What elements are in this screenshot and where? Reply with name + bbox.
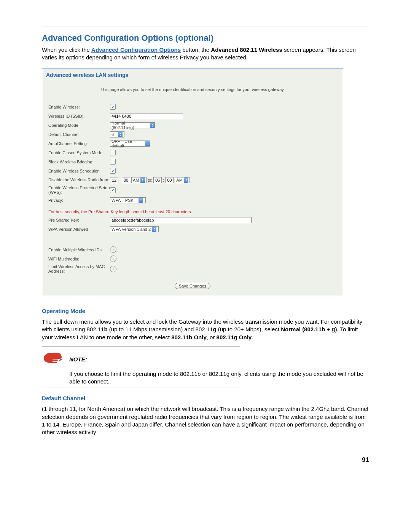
input-ssid[interactable] (110, 113, 183, 119)
intro-pre: When you click the (42, 46, 91, 53)
panel-title: Advanced wireless LAN settings (42, 69, 343, 80)
spinner-icon (140, 177, 145, 183)
colon2: : (163, 178, 164, 182)
label-autochannel: AutoChannel Setting: (48, 141, 110, 146)
expand-wifi-mm[interactable] (110, 256, 116, 262)
omt-normal: Normal (802.11b + g) (281, 326, 337, 332)
input-from-hour[interactable] (110, 177, 118, 183)
select-default-channel[interactable]: 6 (110, 131, 124, 137)
label-wpa-version: WPA Version Allowed (48, 227, 110, 232)
select-to-ampm[interactable]: AM (175, 177, 190, 183)
omt-b1: b (104, 326, 107, 332)
select-autochannel[interactable]: OFF – Use default (110, 141, 150, 147)
label-wps: Enable Wireless Protected Setup (WPS): (48, 185, 110, 195)
spinner-icon (184, 177, 188, 183)
label-ssid: Wireless ID (SSID): (48, 114, 110, 118)
colon1: : (119, 178, 121, 182)
label-block-bridging: Block Wireless Bridging: (48, 160, 110, 164)
intro-bold: Advanced 802.11 Wireless (211, 46, 282, 53)
spinner-icon (118, 132, 123, 137)
checkbox-enable-wireless[interactable] (110, 104, 116, 110)
note-box: NOTE: If you choose to limit the operati… (42, 347, 369, 388)
spinner-icon (152, 227, 156, 232)
spinner-icon (150, 123, 155, 128)
expand-mac-limit[interactable] (110, 266, 116, 272)
label-scheduler: Enable Wireless Scheduler: (48, 169, 110, 173)
label-mac-limit: Limit Wireless Access by MAC Address: (48, 264, 110, 274)
to-label: to: (148, 178, 152, 182)
omt-gonly: 802.11g Only (217, 334, 252, 340)
select-operating-mode[interactable]: Normal (802.11b+g) (110, 122, 155, 128)
select-default-channel-value: 6 (112, 132, 117, 137)
intro-mid: button, the (182, 46, 211, 53)
select-operating-mode-value: Normal (802.11b+g) (112, 121, 149, 130)
operating-mode-heading: Operating Mode (42, 308, 369, 314)
label-enable-wireless: Enable Wireless: (48, 105, 110, 109)
checkbox-block-bridging[interactable] (110, 159, 116, 165)
omt-c: (up to 20+ Mbps), select (217, 326, 281, 332)
input-from-min[interactable] (122, 177, 130, 183)
spinner-icon (145, 141, 150, 146)
select-wpa-version-value: WPA Version 1 and 2 (112, 227, 151, 232)
select-privacy-value: WPA – PSK (112, 198, 137, 203)
label-default-channel: Default Channel: (48, 132, 110, 137)
page-number: 91 (42, 453, 369, 464)
note-rule-bottom (42, 388, 240, 388)
select-privacy[interactable]: WPA – PSK (110, 197, 146, 203)
checkbox-scheduler[interactable] (110, 168, 116, 174)
to-ampm-value: AM (176, 178, 183, 182)
settings-panel: Advanced wireless LAN settings This page… (42, 69, 343, 297)
save-changes-button[interactable]: Save Changes (175, 283, 210, 289)
checkbox-wps[interactable] (110, 187, 116, 193)
label-closed-system: Enable Closed System Mode: (48, 150, 110, 155)
omt-or: , or (207, 334, 217, 340)
label-operating-mode: Operating Mode: (48, 123, 110, 128)
label-privacy: Privacy: (48, 198, 110, 203)
omt-g1: g (213, 326, 216, 332)
select-from-ampm[interactable]: AM (131, 177, 147, 183)
input-to-min[interactable] (165, 177, 174, 183)
expand-multi-ids[interactable] (110, 246, 116, 253)
checkbox-closed-system[interactable] (110, 150, 116, 155)
operating-mode-text: The pull-down menu allows you to select … (42, 318, 369, 341)
panel-description: This page allows you to set the unique i… (42, 80, 343, 102)
pointing-hand-icon (42, 351, 69, 368)
psk-warning: For best security, the Pre Shared Key le… (48, 205, 337, 216)
label-psk: Pre Shared Key: (48, 218, 110, 222)
select-wpa-version[interactable]: WPA Version 1 and 2 (110, 226, 159, 232)
from-ampm-value: AM (133, 178, 139, 182)
intro-paragraph: When you click the Advanced Configuratio… (42, 46, 369, 62)
label-multi-ids: Enable Multiple Wireless IDs: (48, 248, 110, 252)
input-psk[interactable] (110, 217, 252, 223)
advanced-config-link[interactable]: Advanced Configuration Options (91, 46, 181, 53)
note-text: If you choose to limit the operating mod… (69, 370, 369, 386)
page-heading: Advanced Configuration Options (optional… (42, 33, 369, 43)
omt-b: (up to 11 Mbps transmission) and 802.11 (108, 326, 213, 332)
note-label: NOTE: (69, 351, 369, 363)
spinner-icon (139, 198, 143, 203)
top-rule (42, 27, 369, 27)
label-disable-radio: Disable the Wireless Radio from: (48, 177, 110, 182)
input-to-hour[interactable] (153, 177, 162, 183)
default-channel-text: (1 through 11, for North America) on whi… (42, 405, 369, 436)
default-channel-heading: Default Channel (42, 395, 369, 401)
omt-bonly: 802.11b Only (171, 334, 207, 340)
label-wifi-mm: WiFi Multimedia: (48, 257, 110, 261)
select-autochannel-value: OFF – Use default (112, 139, 144, 148)
omt-e: . (252, 334, 253, 340)
